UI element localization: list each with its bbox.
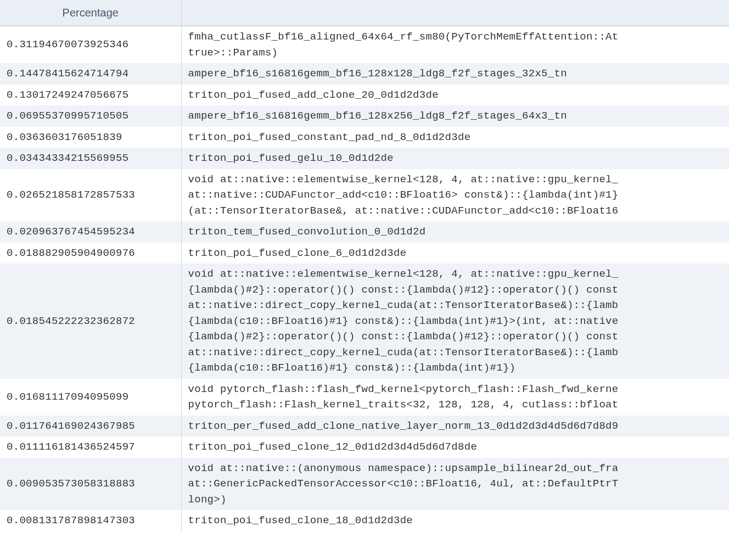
cell-percentage: 0.020963767454595234	[0, 221, 181, 243]
cell-kernel: triton_tem_fused_convolution_0_0d1d2d	[181, 221, 729, 243]
cell-percentage: 0.01681117094095099	[0, 379, 181, 416]
cell-kernel: triton_poi_fused_add_clone_20_0d1d2d3de	[181, 85, 729, 106]
cell-kernel: void at::native::(anonymous namespace)::…	[181, 458, 729, 511]
table-row[interactable]: 0.01681117094095099void pytorch_flash::f…	[0, 379, 729, 416]
cell-kernel: ampere_bf16_s16816gemm_bf16_128x256_ldg8…	[181, 105, 729, 127]
table-row[interactable]: 0.03434334215569955triton_poi_fused_gelu…	[0, 148, 729, 169]
cell-kernel: triton_poi_fused_clone_18_0d1d2d3de	[181, 510, 729, 531]
cell-percentage: 0.018882905904900976	[0, 243, 181, 264]
table-row[interactable]: 0.009053573058318883void at::native::(an…	[0, 458, 729, 511]
col-header-percentage[interactable]: Percentage	[0, 0, 181, 26]
table-row[interactable]: 0.14478415624714794ampere_bf16_s16816gem…	[0, 63, 729, 85]
cell-percentage: 0.31194670073925346	[0, 26, 181, 63]
table-row[interactable]: 0.018545222232362872void at::native::ele…	[0, 264, 729, 379]
col-header-kernel[interactable]	[181, 0, 729, 26]
cell-kernel: ampere_bf16_s16816gemm_bf16_128x128_ldg8…	[181, 63, 729, 85]
cell-kernel: void pytorch_flash::flash_fwd_kernel<pyt…	[181, 379, 729, 416]
cell-kernel: fmha_cutlassF_bf16_aligned_64x64_rf_sm80…	[181, 26, 729, 63]
cell-kernel: triton_poi_fused_constant_pad_nd_8_0d1d2…	[181, 127, 729, 148]
cell-kernel: triton_poi_fused_gelu_10_0d1d2de	[181, 148, 729, 169]
table-row[interactable]: 0.008131787898147303triton_poi_fused_clo…	[0, 510, 729, 531]
cell-kernel: triton_poi_fused_clone_12_0d1d2d3d4d5d6d…	[181, 436, 729, 458]
cell-percentage: 0.011764169024367985	[0, 416, 181, 437]
cell-kernel: void at::native::elementwise_kernel<128,…	[181, 169, 729, 222]
cell-kernel: triton_per_fused_add_clone_native_layer_…	[181, 416, 729, 437]
table-row[interactable]: 0.011116181436524597triton_poi_fused_clo…	[0, 436, 729, 458]
cell-kernel: void at::native::elementwise_kernel<128,…	[181, 264, 729, 379]
table-body: 0.31194670073925346fmha_cutlassF_bf16_al…	[0, 26, 729, 531]
table-row[interactable]: 0.011764169024367985triton_per_fused_add…	[0, 416, 729, 437]
cell-percentage: 0.011116181436524597	[0, 436, 181, 458]
cell-percentage: 0.018545222232362872	[0, 264, 181, 379]
table-row[interactable]: 0.31194670073925346fmha_cutlassF_bf16_al…	[0, 26, 729, 63]
table-row[interactable]: 0.0363603176051839triton_poi_fused_const…	[0, 127, 729, 148]
table-row[interactable]: 0.06955370995710505ampere_bf16_s16816gem…	[0, 105, 729, 127]
table-row[interactable]: 0.13017249247056675triton_poi_fused_add_…	[0, 85, 729, 106]
profiler-table-container: Percentage 0.31194670073925346fmha_cutla…	[0, 0, 729, 560]
profiler-table: Percentage 0.31194670073925346fmha_cutla…	[0, 0, 729, 531]
cell-percentage: 0.026521858172857533	[0, 169, 181, 222]
cell-percentage: 0.13017249247056675	[0, 85, 181, 106]
table-header-row: Percentage	[0, 0, 729, 26]
cell-percentage: 0.14478415624714794	[0, 63, 181, 85]
table-row[interactable]: 0.018882905904900976triton_poi_fused_clo…	[0, 243, 729, 264]
cell-percentage: 0.008131787898147303	[0, 510, 181, 531]
cell-percentage: 0.0363603176051839	[0, 127, 181, 148]
table-row[interactable]: 0.026521858172857533void at::native::ele…	[0, 169, 729, 222]
cell-percentage: 0.009053573058318883	[0, 458, 181, 511]
cell-kernel: triton_poi_fused_clone_6_0d1d2d3de	[181, 243, 729, 264]
table-row[interactable]: 0.020963767454595234triton_tem_fused_con…	[0, 221, 729, 243]
cell-percentage: 0.06955370995710505	[0, 105, 181, 127]
cell-percentage: 0.03434334215569955	[0, 148, 181, 169]
